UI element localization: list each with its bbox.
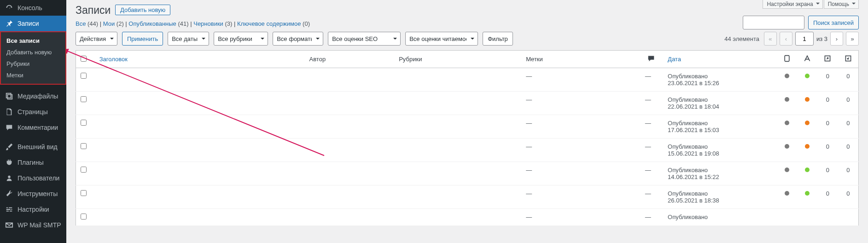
screen-meta: Настройки экрана Помощь <box>763 0 868 9</box>
current-page-input[interactable] <box>795 32 814 46</box>
prev-page-button[interactable]: ‹ <box>780 32 792 46</box>
search-input[interactable] <box>743 16 804 29</box>
page-title: Записи <box>76 0 111 18</box>
row-checkbox[interactable] <box>81 143 87 149</box>
row-categories <box>394 162 521 185</box>
row-author <box>305 115 395 139</box>
last-page-button[interactable]: » <box>846 32 859 46</box>
filter-key[interactable]: Ключевое содержимое <box>237 20 301 27</box>
col-title[interactable]: Заголовок <box>95 51 305 68</box>
menu-plugins[interactable]: Плагины <box>0 155 66 170</box>
row-readability-dot <box>797 139 817 162</box>
row-links-out: 0 <box>817 92 838 115</box>
screen-options-button[interactable]: Настройки экрана <box>763 0 822 9</box>
submenu-all-posts[interactable]: Все записи <box>1 35 65 46</box>
next-page-button[interactable]: › <box>830 32 843 46</box>
posts-table: Заголовок Автор Рубрики Метки Дата — — О… <box>76 50 859 226</box>
total-pages: из 3 <box>816 35 827 42</box>
submenu-categories[interactable]: Рубрики <box>1 58 65 69</box>
row-title[interactable] <box>95 209 305 226</box>
menu-posts[interactable]: Записи <box>0 16 66 31</box>
menu-appearance[interactable]: Внешний вид <box>0 139 66 155</box>
filter-published[interactable]: Опубликованные <box>128 20 176 27</box>
row-comments: — <box>641 162 663 185</box>
row-author <box>305 139 395 162</box>
row-date: Опубликовано17.06.2021 в 15:03 <box>663 115 776 139</box>
menu-label: Страницы <box>17 108 48 116</box>
row-checkbox[interactable] <box>81 73 87 79</box>
row-author <box>305 162 395 185</box>
row-author <box>305 68 395 92</box>
row-links-in: 0 <box>838 68 858 92</box>
table-row: — — Опубликовано15.06.2021 в 19:08 0 0 <box>76 139 859 162</box>
help-button[interactable]: Помощь <box>824 0 859 9</box>
seo-filter-select[interactable]: Все оценки SEO <box>328 32 401 46</box>
row-links-out: 0 <box>817 115 838 139</box>
first-page-button[interactable]: « <box>764 32 777 46</box>
comment-icon <box>647 54 656 63</box>
row-seo-dot <box>776 115 797 139</box>
pagination: 44 элемента « ‹ из 3 › » <box>724 32 859 46</box>
menu-users[interactable]: Пользователи <box>0 170 66 186</box>
row-title[interactable] <box>95 115 305 139</box>
row-tags: — <box>521 162 641 185</box>
menu-tools[interactable]: Инструменты <box>0 186 66 202</box>
menu-media[interactable]: Медиафайлы <box>0 88 66 104</box>
row-checkbox[interactable] <box>81 190 87 196</box>
row-seo-dot <box>776 139 797 162</box>
row-title[interactable] <box>95 162 305 185</box>
menu-wp-mail-smtp[interactable]: WP Mail SMTP <box>0 217 66 233</box>
table-row: — — Опубликовано22.06.2021 в 18:04 0 0 <box>76 92 859 115</box>
row-title[interactable] <box>95 185 305 209</box>
menu-pages[interactable]: Страницы <box>0 104 66 120</box>
row-checkbox[interactable] <box>81 96 87 102</box>
search-button[interactable]: Поиск записей <box>808 16 859 29</box>
sliders-icon <box>5 205 14 214</box>
filter-mine-count: (2) <box>117 20 124 27</box>
row-date: Опубликовано26.05.2021 в 18:38 <box>663 185 776 209</box>
col-author: Автор <box>305 51 395 68</box>
filter-all[interactable]: Все <box>76 20 86 27</box>
row-seo-dot <box>776 68 797 92</box>
filter-drafts[interactable]: Черновики <box>193 20 223 27</box>
row-seo-dot <box>776 92 797 115</box>
row-date: Опубликовано15.06.2021 в 19:08 <box>663 139 776 162</box>
menu-label: Инструменты <box>17 190 58 197</box>
menu-label: Плагины <box>17 159 44 166</box>
row-title[interactable] <box>95 139 305 162</box>
format-filter-select[interactable]: Все форматы <box>273 32 323 46</box>
filter-button[interactable]: Фильтр <box>483 32 513 46</box>
menu-label: WP Mail SMTP <box>17 221 61 229</box>
row-links-in: 0 <box>838 115 858 139</box>
row-readability-dot <box>797 185 817 209</box>
menu-label: Внешний вид <box>17 143 58 150</box>
select-all-checkbox[interactable] <box>81 56 87 62</box>
filter-mine[interactable]: Мои <box>103 20 115 27</box>
apply-button[interactable]: Применить <box>122 32 163 46</box>
menu-comments[interactable]: Комментарии <box>0 120 66 135</box>
row-categories <box>394 185 521 209</box>
category-filter-select[interactable]: Все рубрики <box>214 32 268 46</box>
row-checkbox[interactable] <box>81 214 87 220</box>
row-title[interactable] <box>95 68 305 92</box>
date-filter-select[interactable]: Все даты <box>168 32 209 46</box>
comment-icon <box>5 123 14 132</box>
users-icon <box>5 174 14 183</box>
submenu-add-new[interactable]: Добавить новую <box>1 46 65 58</box>
wrench-icon <box>5 189 14 198</box>
row-checkbox[interactable] <box>81 120 87 126</box>
col-comments[interactable] <box>641 51 663 68</box>
menu-settings[interactable]: Настройки <box>0 202 66 217</box>
submenu-tags[interactable]: Метки <box>1 69 65 81</box>
row-checkbox[interactable] <box>81 167 87 173</box>
menu-dashboard[interactable]: Консоль <box>0 0 66 16</box>
readability-filter-select[interactable]: Все оценки читаемости <box>405 32 478 46</box>
table-row: — — Опубликовано26.05.2021 в 18:38 0 0 <box>76 185 859 209</box>
row-links-out: 0 <box>817 68 838 92</box>
row-author <box>305 209 395 226</box>
col-date[interactable]: Дата <box>663 51 776 68</box>
row-title[interactable] <box>95 92 305 115</box>
bulk-action-select[interactable]: Действия <box>76 32 117 46</box>
menu-label: Медиафайлы <box>17 93 58 100</box>
add-new-button[interactable]: Добавить новую <box>115 5 170 15</box>
